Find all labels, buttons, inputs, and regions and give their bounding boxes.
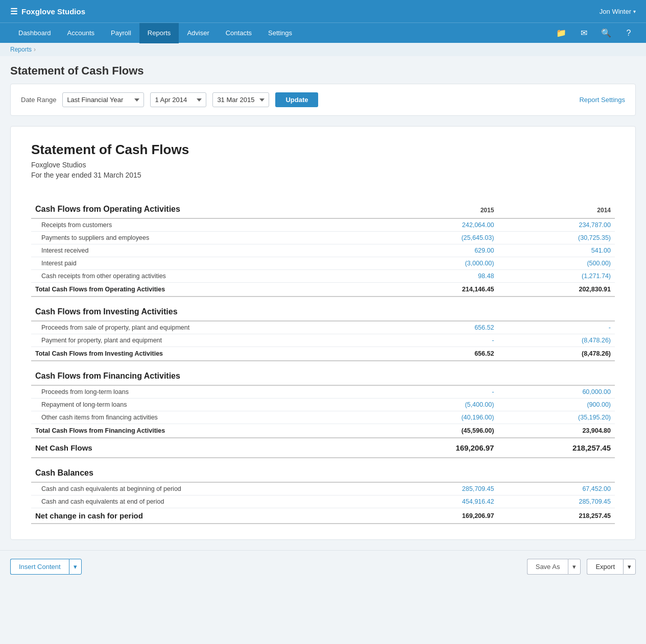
cash-balances-header-row: Cash Balances: [31, 458, 615, 482]
investing-header-row: Cash Flows from Investing Activities: [31, 296, 615, 321]
financing-total-2015: (45,596.00): [381, 424, 498, 438]
brand-name: Foxglove Studios: [21, 7, 85, 16]
export-group: Export ▾: [587, 559, 636, 575]
investing-total-2015: 656.52: [381, 347, 498, 361]
table-row: Interest received 629.00 541.00: [31, 244, 615, 257]
top-bar: ☰ Foxglove Studios Jon Winter ▾: [0, 0, 646, 22]
nav-accounts[interactable]: Accounts: [59, 23, 103, 43]
table-row: Payment for property, plant and equipmen…: [31, 334, 615, 347]
end-date-select[interactable]: 31 Mar 2015: [212, 92, 269, 107]
operating-total-row: Total Cash Flows from Operating Activiti…: [31, 283, 615, 297]
table-row: Receipts from customers 242,064.00 234,7…: [31, 218, 615, 232]
report-settings-link[interactable]: Report Settings: [579, 96, 625, 104]
net-cash-label: Net Cash Flows: [31, 438, 381, 458]
date-range-label: Date Range: [21, 96, 56, 104]
brand: ☰ Foxglove Studios: [10, 7, 600, 16]
net-change-2014: 218,257.45: [498, 508, 615, 524]
table-row: Proceeds from sale of property, plant an…: [31, 321, 615, 334]
breadcrumb-separator: ›: [34, 46, 36, 53]
save-as-dropdown-button[interactable]: ▾: [568, 559, 581, 575]
report-table: Cash Flows from Operating Activities 201…: [31, 194, 615, 524]
report-container: Statement of Cash Flows Foxglove Studios…: [10, 126, 636, 540]
nav-settings[interactable]: Settings: [260, 23, 300, 43]
report-title: Statement of Cash Flows: [31, 142, 615, 158]
table-row: Other cash items from financing activiti…: [31, 411, 615, 424]
hamburger-icon[interactable]: ☰: [10, 7, 17, 16]
cash-balances-section: Cash Balances Cash and cash equivalents …: [31, 458, 615, 524]
user-menu[interactable]: Jon Winter ▾: [600, 8, 636, 15]
investing-total-label: Total Cash Flows from Investing Activiti…: [31, 347, 381, 361]
export-button[interactable]: Export: [587, 559, 623, 575]
operating-year-2014: 2014: [498, 194, 615, 218]
insert-content-dropdown-button[interactable]: ▾: [69, 559, 82, 575]
start-date-select[interactable]: 1 Apr 2014: [150, 92, 206, 107]
financing-total-2014: 23,904.80: [498, 424, 615, 438]
operating-total-label: Total Cash Flows from Operating Activiti…: [31, 283, 381, 297]
nav-reports[interactable]: Reports: [139, 23, 179, 43]
breadcrumb: Reports ›: [0, 43, 646, 56]
mail-icon[interactable]: ✉: [577, 26, 591, 40]
user-menu-chevron-icon: ▾: [633, 9, 636, 14]
filter-bar: Date Range Last Financial Year 1 Apr 201…: [10, 84, 636, 116]
net-change-label: Net change in cash for period: [31, 508, 381, 524]
operating-header-label: Cash Flows from Operating Activities: [31, 194, 381, 218]
financing-header-label: Cash Flows from Financing Activities: [31, 361, 381, 385]
footer-right: Save As ▾ Export ▾: [527, 559, 636, 575]
nav-payroll[interactable]: Payroll: [103, 23, 139, 43]
save-as-group: Save As ▾: [527, 559, 581, 575]
net-change-row: Net change in cash for period 169,206.97…: [31, 508, 615, 524]
breadcrumb-reports-link[interactable]: Reports: [10, 46, 32, 53]
operating-activities-section: Cash Flows from Operating Activities 201…: [31, 194, 615, 296]
investing-activities-section: Cash Flows from Investing Activities Pro…: [31, 296, 615, 361]
investing-total-2014: (8,478.26): [498, 347, 615, 361]
page-footer: Insert Content ▾ Save As ▾ Export ▾: [0, 550, 646, 583]
table-row: Cash and cash equivalents at end of peri…: [31, 496, 615, 508]
financing-total-label: Total Cash Flows from Financing Activiti…: [31, 424, 381, 438]
cash-balances-header-label: Cash Balances: [31, 458, 381, 482]
operating-total-2014: 202,830.91: [498, 283, 615, 297]
nav-contacts[interactable]: Contacts: [218, 23, 260, 43]
update-button[interactable]: Update: [275, 92, 318, 107]
table-row: Cash receipts from other operating activ…: [31, 270, 615, 283]
date-range-select[interactable]: Last Financial Year: [62, 92, 144, 107]
insert-content-button[interactable]: Insert Content: [10, 559, 69, 575]
help-icon[interactable]: ?: [621, 26, 636, 40]
page-title: Statement of Cash Flows: [10, 64, 636, 78]
report-company: Foxglove Studios: [31, 161, 615, 169]
investing-total-row: Total Cash Flows from Investing Activiti…: [31, 347, 615, 361]
folder-icon[interactable]: 📁: [554, 26, 568, 40]
report-period: For the year ended 31 March 2015: [31, 171, 615, 179]
user-name: Jon Winter: [600, 8, 631, 15]
nav-adviser[interactable]: Adviser: [179, 23, 217, 43]
export-dropdown-button[interactable]: ▾: [623, 559, 636, 575]
financing-total-row: Total Cash Flows from Financing Activiti…: [31, 424, 615, 438]
page-header: Statement of Cash Flows: [0, 56, 646, 84]
net-cash-section: Net Cash Flows 169,206.97 218,257.45: [31, 438, 615, 458]
save-as-button[interactable]: Save As: [527, 559, 568, 575]
net-cash-2015: 169,206.97: [381, 438, 498, 458]
main-nav: Dashboard Accounts Payroll Reports Advis…: [0, 22, 646, 43]
nav-dashboard[interactable]: Dashboard: [10, 23, 59, 43]
net-change-2015: 169,206.97: [381, 508, 498, 524]
nav-links: Dashboard Accounts Payroll Reports Advis…: [10, 23, 554, 43]
net-cash-2014: 218,257.45: [498, 438, 615, 458]
insert-content-group: Insert Content ▾: [10, 559, 527, 575]
nav-icon-group: 📁 ✉ 🔍 ?: [554, 26, 636, 40]
table-row: Proceeds from long-term loans - 60,000.0…: [31, 385, 615, 399]
financing-activities-section: Cash Flows from Financing Activities Pro…: [31, 361, 615, 438]
operating-year-2015: 2015: [381, 194, 498, 218]
search-icon[interactable]: 🔍: [599, 26, 613, 40]
net-cash-row: Net Cash Flows 169,206.97 218,257.45: [31, 438, 615, 458]
operating-total-2015: 214,146.45: [381, 283, 498, 297]
table-row: Interest paid (3,000.00) (500.00): [31, 257, 615, 270]
operating-header-row: Cash Flows from Operating Activities 201…: [31, 194, 615, 218]
table-row: Payments to suppliers and employees (25,…: [31, 232, 615, 244]
table-row: Repayment of long-term loans (5,400.00) …: [31, 399, 615, 411]
table-row: Cash and cash equivalents at beginning o…: [31, 482, 615, 496]
investing-header-label: Cash Flows from Investing Activities: [31, 296, 381, 321]
financing-header-row: Cash Flows from Financing Activities: [31, 361, 615, 385]
footer-left: Insert Content ▾: [10, 559, 527, 575]
